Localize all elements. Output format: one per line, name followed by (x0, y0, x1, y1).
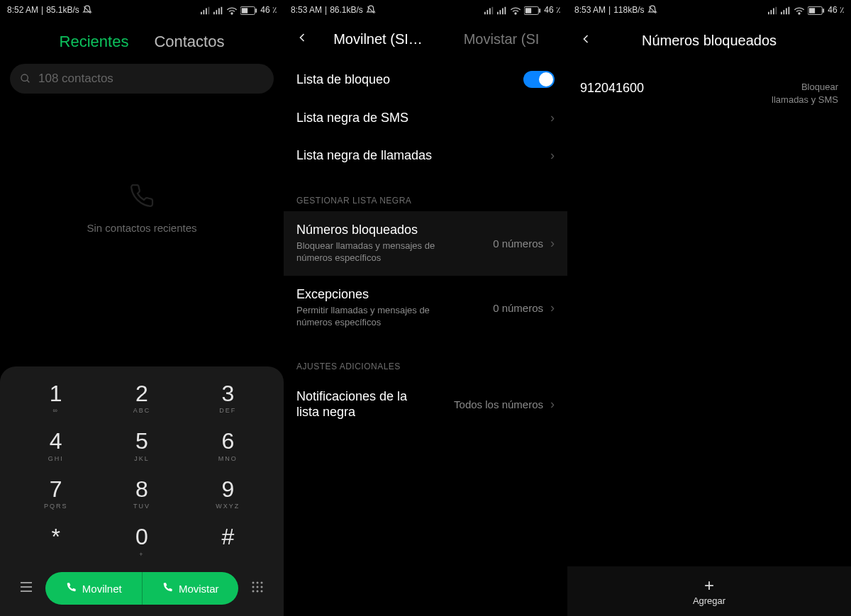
blocked-entry[interactable]: 912041600 Bloquear llamadas y SMS (567, 58, 851, 106)
svg-rect-30 (497, 12, 499, 15)
svg-rect-32 (502, 8, 504, 14)
toggle-on[interactable] (523, 71, 555, 88)
svg-rect-42 (781, 12, 782, 15)
wifi-icon (226, 5, 238, 15)
key-star[interactable]: * (13, 518, 99, 566)
wifi-icon (794, 5, 805, 15)
key-0[interactable]: 0+ (99, 518, 184, 566)
status-net: 86.1kB/s (330, 5, 363, 15)
call-sim2-button[interactable]: Movistar (142, 572, 239, 605)
signal-icon (201, 5, 211, 15)
svg-rect-41 (776, 7, 777, 15)
blocked-number: 912041600 (580, 81, 644, 96)
svg-point-23 (252, 590, 255, 593)
empty-text: Sin contactos recientes (87, 222, 196, 234)
svg-rect-10 (242, 8, 247, 13)
tab-recent[interactable]: Recientes (60, 33, 129, 51)
svg-point-20 (252, 586, 255, 588)
svg-rect-7 (221, 7, 223, 15)
svg-rect-6 (218, 8, 220, 14)
key-3[interactable]: 3DEF (185, 375, 271, 423)
row-blocked-numbers[interactable]: Números bloqueados Bloquear llamadas y m… (284, 211, 567, 276)
svg-rect-33 (505, 7, 506, 15)
row-blocklist-toggle[interactable]: Lista de bloqueo (284, 60, 567, 99)
key-4[interactable]: 4GHI (13, 422, 99, 471)
signal-icon (768, 5, 778, 15)
svg-rect-37 (540, 9, 541, 13)
call-button: Movilnet Movistar (45, 572, 238, 605)
row-exceptions[interactable]: Excepciones Permitir llamadas y mensajes… (284, 276, 567, 340)
svg-line-13 (27, 80, 29, 82)
back-button[interactable] (572, 32, 600, 49)
battery-pct: 46 ٪ (260, 5, 277, 15)
phone-icon (65, 582, 77, 595)
dialpad-toggle-icon[interactable] (245, 581, 269, 596)
signal-icon-2 (213, 5, 223, 15)
menu-icon[interactable] (14, 581, 38, 595)
mute-icon (82, 5, 92, 16)
key-5[interactable]: 5JKL (99, 422, 184, 471)
svg-point-21 (257, 586, 259, 588)
search-icon (20, 73, 31, 84)
svg-rect-44 (786, 8, 787, 14)
key-6[interactable]: 6MNO (185, 422, 271, 471)
sim-tab-2[interactable]: Movistar (SI (440, 31, 563, 47)
svg-point-46 (799, 13, 800, 14)
status-time: 8:53 AM (291, 5, 322, 15)
section-additional: AJUSTES ADICIONALES (284, 340, 567, 377)
row-sms-blacklist[interactable]: Lista negra de SMS › (284, 99, 567, 137)
svg-rect-28 (489, 8, 491, 14)
add-button[interactable]: + Agregar (567, 566, 851, 616)
key-hash[interactable]: # (185, 518, 271, 566)
svg-rect-49 (823, 9, 825, 13)
phone-icon (162, 582, 173, 595)
key-8[interactable]: 8TUV (99, 471, 184, 519)
blocked-numbers-screen: 8:53 AM | 118kB/s 46 ٪ Números bloqueado… (567, 0, 851, 616)
key-7[interactable]: 7PQRS (13, 471, 99, 519)
blocklist-settings-screen: 8:53 AM | 86.1kB/s 46 ٪ Movilnet (SI… Mo… (284, 0, 567, 616)
phone-outline-icon (129, 183, 155, 211)
signal-icon-2 (497, 5, 507, 15)
svg-rect-29 (492, 7, 494, 15)
svg-rect-26 (484, 12, 486, 15)
svg-rect-0 (201, 12, 202, 15)
dialer-screen: 8:52 AM | 85.1kB/s 46 ٪ Recientes Contac… (0, 0, 284, 616)
key-2[interactable]: 2ABC (99, 375, 184, 423)
status-bar: 8:53 AM | 86.1kB/s 46 ٪ (284, 0, 567, 20)
svg-point-19 (261, 582, 263, 584)
svg-rect-40 (773, 8, 774, 14)
search-input[interactable]: 108 contactos (10, 64, 274, 94)
svg-point-25 (261, 590, 263, 593)
row-notifications[interactable]: Notificaciones de la lista negra Todos l… (284, 377, 567, 432)
mute-icon (366, 5, 376, 16)
mute-icon (647, 5, 657, 16)
tab-contacts[interactable]: Contactos (154, 33, 224, 51)
svg-point-24 (257, 590, 259, 593)
page-title: Números bloqueados (600, 33, 847, 49)
key-1[interactable]: 1∞ (13, 375, 99, 423)
sim-tab-1[interactable]: Movilnet (SI… (316, 31, 440, 47)
key-9[interactable]: 9WXYZ (185, 471, 271, 519)
status-net: 118kB/s (613, 5, 644, 15)
svg-rect-2 (206, 8, 207, 14)
wifi-icon (510, 5, 521, 15)
svg-rect-39 (771, 10, 772, 14)
call-sim1-button[interactable]: Movilnet (45, 572, 142, 605)
svg-rect-27 (487, 10, 489, 14)
svg-point-22 (261, 586, 263, 588)
svg-rect-1 (204, 10, 205, 14)
battery-icon (524, 5, 541, 15)
status-bar: 8:53 AM | 118kB/s 46 ٪ (567, 0, 851, 20)
svg-rect-36 (525, 8, 531, 13)
signal-icon (484, 5, 494, 15)
status-time: 8:53 AM (574, 5, 606, 15)
back-button[interactable] (288, 30, 316, 48)
battery-icon (240, 5, 257, 15)
battery-pct: 46 ٪ (544, 5, 560, 15)
svg-point-12 (21, 74, 28, 81)
chevron-right-icon: › (550, 148, 555, 163)
row-call-blacklist[interactable]: Lista negra de llamadas › (284, 137, 567, 174)
svg-rect-3 (208, 7, 210, 15)
battery-pct: 46 ٪ (828, 5, 844, 15)
chevron-right-icon: › (550, 301, 555, 315)
